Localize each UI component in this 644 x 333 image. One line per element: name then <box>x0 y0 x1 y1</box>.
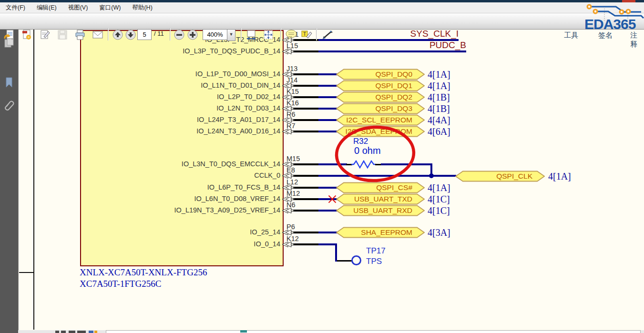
sheet-reference: 4[1B] <box>428 102 450 115</box>
qspi-clk-label: QSPI_CLK <box>455 171 545 182</box>
net-wire <box>318 119 337 121</box>
status-bar <box>18 330 644 333</box>
text-annotation-button[interactable]: T <box>300 29 313 41</box>
net-wire <box>318 73 337 75</box>
wire-junction-dot <box>429 173 434 178</box>
menu-window[interactable]: 窗口(W) <box>93 2 126 13</box>
qspi-clk-ref: 4[1A] <box>548 170 571 182</box>
wire-tp-black <box>337 260 352 262</box>
save-button[interactable] <box>56 29 69 41</box>
sheet-reference: 4[3A] <box>428 226 450 239</box>
page-number-input[interactable] <box>137 29 152 40</box>
fullscreen-icon <box>321 29 334 40</box>
page-up-icon <box>112 29 123 40</box>
create-pdf-icon <box>21 29 32 40</box>
menu-view[interactable]: 视图(V) <box>62 2 94 13</box>
net-wire <box>318 187 337 189</box>
pin-direction-icon <box>281 48 296 55</box>
create-pdf-button[interactable] <box>20 29 33 41</box>
open-file-button[interactable] <box>3 29 15 41</box>
comment-pane-label[interactable]: 注释 <box>630 31 644 49</box>
pin-name: IO_0_14 <box>81 240 280 249</box>
sheet-reference: 4[1B] <box>428 91 450 103</box>
fullscreen-button[interactable] <box>321 29 334 41</box>
pin-name: IO_L3N_T0_DQS_EMCCLK_14 <box>81 160 280 169</box>
net-wire <box>318 108 337 110</box>
pin-direction-icon <box>281 207 296 214</box>
pin-name: IO_25_14 <box>81 228 280 237</box>
email-icon <box>92 29 103 40</box>
pin-name: IO_L2N_T0_D03_14 <box>81 104 280 113</box>
connector-net-name: USB_UART_RXD <box>336 205 425 216</box>
sign-document-button[interactable] <box>39 29 51 41</box>
part-label-partnumber: XC7A50T-1FTG256C <box>80 279 161 289</box>
page-down-icon <box>125 29 136 40</box>
text-annotation-icon: T <box>300 29 313 40</box>
fit-width-icon <box>245 29 257 40</box>
email-button[interactable] <box>92 29 104 41</box>
pin-name: IO_L19N_T3_A09_D25_VREF_14 <box>81 206 280 215</box>
zoom-out-icon <box>174 29 185 40</box>
pin-name: IO_L6P_T0_FCS_B_14 <box>81 183 280 192</box>
pin-name: IO_L24N_T3_A00_D16_14 <box>81 127 280 136</box>
net-wire <box>318 96 337 98</box>
fit-page-button[interactable] <box>262 29 275 41</box>
svg-text:T: T <box>303 31 307 37</box>
toolbar: / 11 ▼ T 工具 签名 注释 <box>0 13 644 30</box>
menu-edit[interactable]: 编辑(E) <box>31 2 62 13</box>
zoom-out-button[interactable] <box>173 29 185 41</box>
attachments-button[interactable] <box>3 100 15 111</box>
sheet-reference: 4[6A] <box>428 125 450 138</box>
connector-net-name: I2C_SCL_EEPROM <box>336 114 425 126</box>
pin-name: IO_L24P_T3_A01_D17_14 <box>81 115 280 124</box>
next-page-button[interactable] <box>124 29 137 41</box>
page-total-label: / 11 <box>154 30 164 37</box>
testpoint-circle <box>351 255 361 265</box>
fit-width-button[interactable] <box>245 29 257 41</box>
zoom-in-button[interactable] <box>186 29 199 41</box>
comment-button[interactable] <box>285 29 297 41</box>
pin-name: IO_L2P_T0_D02_14 <box>81 92 280 101</box>
part-label-footprint: XNLX-XC7A50T-XNLX-FTG256 <box>80 267 207 278</box>
pin-direction-icon <box>281 128 296 135</box>
bookmarks-button[interactable] <box>3 77 15 88</box>
comment-bubble-icon <box>285 29 297 40</box>
bookmark-icon <box>3 77 15 88</box>
sheet-reference: 4[1A] <box>428 80 450 92</box>
window-close-button[interactable] <box>622 0 635 2</box>
connector-net-name: QSPI_DQ1 <box>336 80 425 91</box>
sign-document-icon <box>39 29 51 40</box>
fit-page-icon <box>263 29 274 40</box>
sheet-reference: 4[1C] <box>428 193 450 205</box>
schematic-sheet: IO_L13P_T2_MRCC_14N11 SYS_CLK_IIO_L3P_T0… <box>0 0 644 333</box>
print-button[interactable] <box>74 29 86 41</box>
pin-direction-icon <box>281 241 296 248</box>
sheet-reference: 4[1C] <box>428 204 450 217</box>
connector-net-name: QSPI_DQ0 <box>336 69 425 80</box>
connector-net-name: SHA_EEPROM <box>336 227 425 238</box>
connector-net-name: QSPI_DQ2 <box>336 91 425 103</box>
connector-net-name: USB_UART_TXD <box>336 193 425 205</box>
save-icon <box>57 29 68 40</box>
menu-file[interactable]: 文件(F) <box>0 2 31 13</box>
connector-net-name: QSPI_DQ3 <box>336 103 425 114</box>
zoom-level-input[interactable] <box>203 29 227 40</box>
sheet-reference: 4[1A] <box>428 182 450 194</box>
paperclip-icon <box>3 100 15 111</box>
wire-tp-vertical <box>335 243 337 262</box>
zoom-dropdown-button[interactable]: ▼ <box>227 29 235 41</box>
menu-help[interactable]: 帮助(H) <box>126 2 158 13</box>
tools-pane-label[interactable]: 工具 <box>564 31 578 40</box>
previous-page-button[interactable] <box>112 29 124 41</box>
net-wire <box>318 210 337 212</box>
net-wire <box>318 232 337 233</box>
net-name: PUDC_B <box>342 40 466 50</box>
sign-pane-label[interactable]: 签名 <box>598 31 613 40</box>
status-scroll-area[interactable] <box>106 330 641 333</box>
annotation-circle <box>334 125 417 183</box>
navigation-sidebar <box>0 29 19 333</box>
pin-name: IO_L1N_T0_D01_DIN_14 <box>81 81 280 90</box>
pin-name: CCLK_0 <box>81 171 280 180</box>
pin-name: IO_L3P_T0_DQS_PUDC_B_14 <box>81 47 280 56</box>
net-wire <box>318 85 337 87</box>
